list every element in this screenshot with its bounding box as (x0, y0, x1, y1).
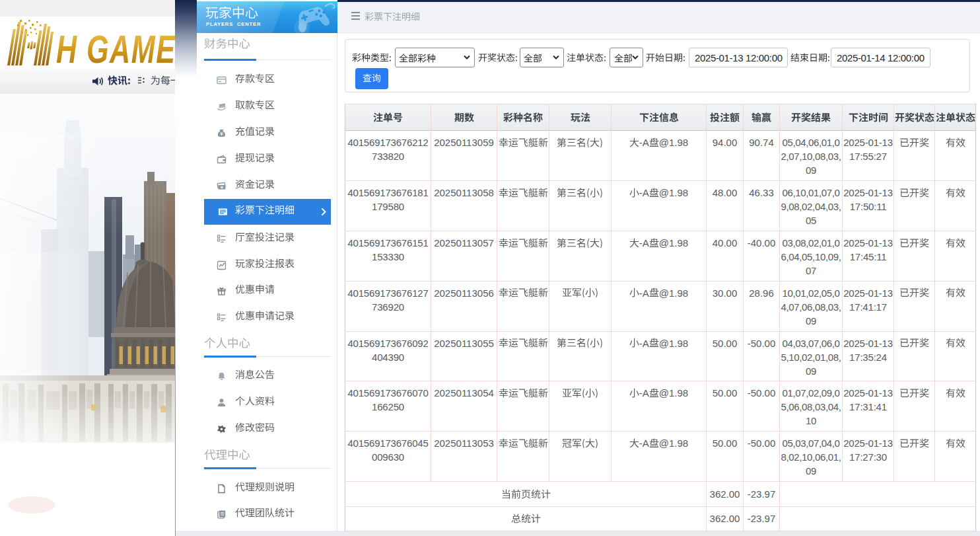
svg-text:¥: ¥ (221, 186, 223, 188)
svg-text:¥: ¥ (221, 132, 223, 136)
svg-text:H GAME: H GAME (56, 27, 176, 67)
